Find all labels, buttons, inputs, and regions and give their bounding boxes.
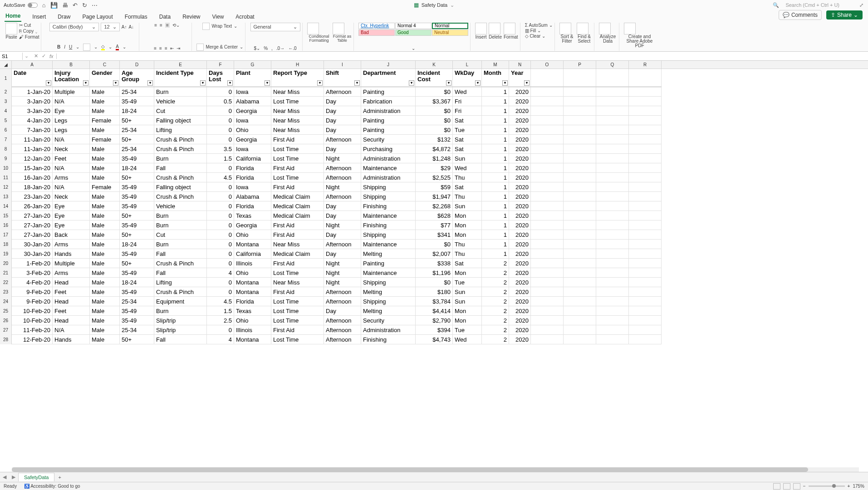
data-cell[interactable]: 26-Jan-20	[12, 201, 53, 211]
data-cell[interactable]: Crush & Pinch	[154, 135, 207, 144]
adobe-pdf-icon[interactable]	[624, 23, 636, 34]
sheet-nav-prev-icon[interactable]: ◀	[0, 474, 9, 480]
data-cell[interactable]: Montana	[234, 335, 271, 344]
data-cell[interactable]: Fall	[154, 249, 207, 259]
data-cell[interactable]	[596, 259, 629, 268]
data-cell[interactable]	[531, 135, 564, 144]
row-header[interactable]: 17	[0, 230, 12, 240]
data-cell[interactable]	[629, 192, 662, 201]
filter-button[interactable]: ▾	[227, 80, 233, 86]
data-cell[interactable]: $0	[416, 240, 453, 249]
data-cell[interactable]: 35-49	[120, 306, 154, 316]
data-cell[interactable]	[629, 106, 662, 116]
wrap-text-button[interactable]: Wrap Text ⌄	[202, 23, 237, 30]
data-cell[interactable]: Vehicle	[154, 201, 207, 211]
font-name-select[interactable]: Calibri (Body)⌄	[49, 23, 99, 31]
column-header[interactable]: L	[453, 61, 482, 69]
data-cell[interactable]: 16-Jan-20	[12, 173, 53, 182]
row-header[interactable]: 5	[0, 116, 12, 125]
cell-styles-gallery[interactable]: Ctx_Hyperlink Normal 4 Normal Bad Good N…	[358, 23, 468, 36]
data-cell[interactable]: Mon	[453, 220, 482, 230]
column-header[interactable]: E	[154, 61, 207, 69]
data-cell[interactable]	[531, 106, 564, 116]
data-cell[interactable]: $341	[416, 230, 453, 240]
data-cell[interactable]: Night	[324, 268, 361, 278]
data-cell[interactable]: Male	[90, 249, 120, 259]
fill-button[interactable]: ▥ Fill ⌄	[525, 28, 553, 33]
data-cell[interactable]: Afternoon	[324, 163, 361, 173]
data-cell[interactable]	[531, 144, 564, 154]
data-cell[interactable]: Night	[324, 182, 361, 192]
data-cell[interactable]	[596, 335, 629, 344]
column-header[interactable]: I	[324, 61, 361, 69]
data-cell[interactable]: Day	[324, 201, 361, 211]
data-cell[interactable]: 0	[207, 135, 234, 144]
data-cell[interactable]: 2020	[509, 192, 531, 201]
data-cell[interactable]	[564, 201, 596, 211]
data-cell[interactable]: Cut	[154, 230, 207, 240]
data-cell[interactable]	[629, 97, 662, 106]
data-cell[interactable]: Near Miss	[271, 106, 324, 116]
data-cell[interactable]: Finishing	[361, 201, 416, 211]
data-cell[interactable]: Fri	[453, 97, 482, 106]
data-cell[interactable]	[596, 278, 629, 287]
column-header[interactable]: J	[361, 61, 416, 69]
data-cell[interactable]: Male	[90, 97, 120, 106]
data-cell[interactable]: Painting	[361, 116, 416, 125]
data-cell[interactable]: $180	[416, 287, 453, 297]
data-cell[interactable]: Lost Time	[271, 97, 324, 106]
data-cell[interactable]: $338	[416, 259, 453, 268]
data-cell[interactable]	[531, 182, 564, 192]
data-cell[interactable]: 35-49	[120, 268, 154, 278]
data-cell[interactable]	[564, 106, 596, 116]
column-header[interactable]: K	[416, 61, 453, 69]
data-cell[interactable]: $394	[416, 325, 453, 335]
data-cell[interactable]: 35-49	[120, 249, 154, 259]
data-cell[interactable]	[629, 335, 662, 344]
row-header[interactable]: 19	[0, 249, 12, 259]
data-cell[interactable]: Day	[324, 306, 361, 316]
data-cell[interactable]: Male	[90, 240, 120, 249]
data-cell[interactable]: Lost Time	[271, 316, 324, 325]
data-cell[interactable]	[596, 125, 629, 135]
data-cell[interactable]: 10-Feb-20	[12, 306, 53, 316]
data-cell[interactable]: 23-Jan-20	[12, 192, 53, 201]
data-cell[interactable]: 2020	[509, 97, 531, 106]
data-cell[interactable]: N/A	[53, 135, 90, 144]
data-cell[interactable]	[596, 182, 629, 192]
data-cell[interactable]: $0	[416, 106, 453, 116]
data-cell[interactable]	[531, 211, 564, 220]
data-cell[interactable]: Head	[53, 278, 90, 287]
data-cell[interactable]: Night	[324, 220, 361, 230]
row-header[interactable]: 15	[0, 211, 12, 220]
border-button[interactable]	[83, 44, 90, 51]
data-cell[interactable]: $628	[416, 211, 453, 220]
data-cell[interactable]	[596, 249, 629, 259]
row-header[interactable]: 22	[0, 278, 12, 287]
data-cell[interactable]: Mon	[453, 316, 482, 325]
data-cell[interactable]: Maintenance	[361, 268, 416, 278]
data-cell[interactable]: Mon	[453, 268, 482, 278]
data-cell[interactable]	[564, 135, 596, 144]
data-cell[interactable]: $0	[416, 116, 453, 125]
data-cell[interactable]	[531, 297, 564, 306]
search-icon[interactable]: 🔍	[773, 2, 779, 8]
data-cell[interactable]: Shipping	[361, 230, 416, 240]
data-cell[interactable]: Day	[324, 249, 361, 259]
data-cell[interactable]: Afternoon	[324, 335, 361, 344]
merge-center-button[interactable]: Merge & Center ⌄	[196, 44, 243, 51]
header-cell[interactable]: Gender▾	[90, 69, 120, 87]
data-cell[interactable]: 0	[207, 240, 234, 249]
filter-button[interactable]: ▾	[83, 80, 88, 86]
data-cell[interactable]: Security	[361, 316, 416, 325]
header-cell[interactable]: Shift▾	[324, 69, 361, 87]
header-cell[interactable]: Year▾	[509, 69, 531, 87]
increase-decimal-icon[interactable]: .0→	[276, 46, 284, 51]
data-cell[interactable]: 9-Feb-20	[12, 297, 53, 306]
data-cell[interactable]: $0	[416, 125, 453, 135]
data-cell[interactable]: $4,743	[416, 335, 453, 344]
data-cell[interactable]: 35-49	[120, 182, 154, 192]
data-cell[interactable]: Melting	[361, 287, 416, 297]
data-cell[interactable]: Crush & Pinch	[154, 144, 207, 154]
data-cell[interactable]: 25-34	[120, 325, 154, 335]
